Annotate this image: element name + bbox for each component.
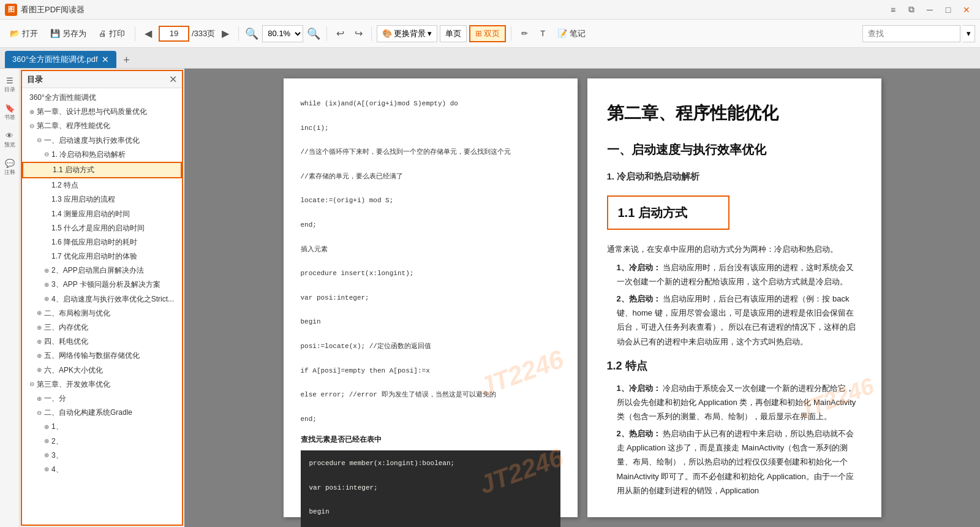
menu-btn[interactable]: ≡ xyxy=(884,3,902,17)
toc-item[interactable]: ⊕二、布局检测与优化 xyxy=(22,306,182,320)
toc-item[interactable]: ⊕六、APK大小优化 xyxy=(22,363,182,377)
intro-text: 通常来说，在安卓中应用的启动方式分为两种：冷启动和热启动。 xyxy=(607,242,862,256)
toc-close-button[interactable]: ✕ xyxy=(169,74,177,85)
toc-expand-icon[interactable]: ⊖ xyxy=(37,135,42,145)
double-icon: ⊞ xyxy=(475,29,482,38)
toc-item[interactable]: ⊕3、 xyxy=(22,449,182,463)
single-page-button[interactable]: 单页 xyxy=(440,25,467,42)
toc-expand-icon[interactable]: ⊖ xyxy=(44,150,49,159)
prev-page-button[interactable]: ◀ xyxy=(140,26,156,42)
bookmark-icon-button[interactable]: 🔖 书签 xyxy=(1,101,18,124)
toc-expand-icon[interactable]: ⊕ xyxy=(37,308,42,318)
tab-close-button[interactable]: ✕ xyxy=(102,55,109,64)
toc-expand-icon[interactable]: ⊕ xyxy=(37,337,42,347)
print-button[interactable]: 🖨 打印 xyxy=(94,25,130,43)
toc-expand-icon[interactable]: ⊕ xyxy=(37,394,42,404)
right-pdf-page: 第二章、程序性能优化 一、启动速度与执行效率优化 1. 冷启动和热启动解析 1.… xyxy=(587,78,881,517)
toc-item[interactable]: ⊕第一章、设计思想与代码质量优化 xyxy=(22,105,182,119)
toc-expand-icon[interactable]: ⊕ xyxy=(37,323,42,333)
toc-expand-icon[interactable]: ⊕ xyxy=(44,436,49,446)
toc-item[interactable]: 1.3 应用启动的流程 xyxy=(22,192,182,207)
main-area: ☰ 目录 🔖 书签 👁 预览 💬 注释 目录 ✕ 360°全方面性能调优⊕第一章… xyxy=(0,69,980,527)
toc-expand-icon[interactable]: ⊖ xyxy=(37,408,42,418)
sub1-title: 1. 冷启动和热启动解析 xyxy=(607,168,862,184)
minimize-btn[interactable]: ─ xyxy=(921,3,938,17)
toc-expand-icon[interactable]: ⊕ xyxy=(44,294,49,304)
maximize-btn[interactable]: □ xyxy=(940,3,957,17)
zoom-select[interactable]: 80.1% 50% 75% 100% 125% 150% xyxy=(262,25,303,42)
toc-item[interactable]: ⊕1、 xyxy=(22,420,182,434)
text-button[interactable]: T xyxy=(535,25,550,43)
toc-expand-icon[interactable]: ⊕ xyxy=(44,266,49,276)
code-block: procedure member(x:longint):boolean; var… xyxy=(301,450,560,527)
toc-item[interactable]: ⊖1. 冷启动和热启动解析 xyxy=(22,148,182,162)
toc-expand-icon[interactable]: ⊖ xyxy=(29,121,34,131)
toc-item[interactable]: ⊕三、内存优化 xyxy=(22,320,182,335)
toc-item-label: 4、启动速度与执行效率优化之Strict... xyxy=(51,294,174,305)
sidebar-icons: ☰ 目录 🔖 书签 👁 预览 💬 注释 xyxy=(0,69,20,527)
toc-item[interactable]: ⊖二、自动化构建系统Gradle xyxy=(22,406,182,420)
toc-item[interactable]: ⊖一、启动速度与执行效率优化 xyxy=(22,134,182,148)
note-icon: 📝 xyxy=(557,29,567,38)
app-title: 看图王PDF阅读器 xyxy=(21,4,881,15)
toc-item-label: 1.3 应用启动的流程 xyxy=(51,194,115,205)
toc-item[interactable]: ⊕4、启动速度与执行效率优化之Strict... xyxy=(22,292,182,306)
toc-item[interactable]: 1.1 启动方式 xyxy=(22,162,182,178)
toc-expand-icon[interactable]: ⊕ xyxy=(44,464,49,474)
search-expand-button[interactable]: ▾ xyxy=(963,25,975,42)
toc-expand-icon[interactable]: ⊕ xyxy=(44,280,49,290)
cold-start-label: 1、冷启动： xyxy=(617,263,661,272)
toc-item[interactable]: ⊕一、分 xyxy=(22,392,182,406)
toc-item-label: 4、 xyxy=(51,464,63,476)
save-as-button[interactable]: 💾 另存为 xyxy=(45,25,91,43)
double-page-button[interactable]: ⊞ 双页 xyxy=(469,25,506,42)
redo-button[interactable]: ↪ xyxy=(350,26,366,42)
toc-item-label: 五、网络传输与数据存储优化 xyxy=(44,350,140,362)
toc-expand-icon[interactable]: ⊕ xyxy=(29,107,34,117)
toc-item[interactable]: 360°全方面性能调优 xyxy=(22,91,182,105)
toc-item[interactable]: 1.6 降低应用启动时的耗时 xyxy=(22,235,182,249)
page-input[interactable] xyxy=(159,26,189,42)
toc-item[interactable]: ⊖第二章、程序性能优化 xyxy=(22,119,182,133)
toc-icon-button[interactable]: ☰ 目录 xyxy=(1,74,18,96)
pen-button[interactable]: ✏ xyxy=(516,25,533,43)
toc-expand-icon[interactable]: ⊕ xyxy=(44,422,49,432)
toc-item[interactable]: ⊕五、网络传输与数据存储优化 xyxy=(22,349,182,363)
preview-icon-button[interactable]: 👁 预览 xyxy=(1,129,18,151)
hot-detail-label: 2、热启动： xyxy=(617,429,661,438)
search-input[interactable] xyxy=(862,25,960,42)
zoom-in-button[interactable]: 🔍 xyxy=(306,26,322,42)
toc-item[interactable]: 1.4 测量应用启动的时间 xyxy=(22,207,182,221)
toc-item[interactable]: ⊖第三章、开发效率优化 xyxy=(22,377,182,392)
toc-item[interactable]: 1.2 特点 xyxy=(22,178,182,192)
note-button[interactable]: 📝 笔记 xyxy=(552,25,590,43)
toc-item[interactable]: ⊕2、APP启动黑白屏解决办法 xyxy=(22,264,182,278)
double-label: 双页 xyxy=(484,28,500,39)
pdf-tab[interactable]: 360°全方面性能调优.pdf ✕ xyxy=(5,51,116,68)
toc-item[interactable]: ⊕4、 xyxy=(22,463,182,477)
toc-list-icon: ☰ xyxy=(6,76,13,85)
toc-expand-icon[interactable]: ⊕ xyxy=(37,365,42,375)
close-btn[interactable]: ✕ xyxy=(958,3,975,17)
toc-item[interactable]: 1.5 什么才是应用的启动时间 xyxy=(22,221,182,235)
open-label: 打开 xyxy=(22,28,38,39)
highlight-title: 1.1 启动方式 xyxy=(618,206,687,219)
toc-item[interactable]: ⊕四、耗电优化 xyxy=(22,335,182,349)
zoom-out-button[interactable]: 🔍 xyxy=(244,26,260,42)
next-page-button[interactable]: ▶ xyxy=(217,26,233,42)
app-icon: 图 xyxy=(5,4,17,16)
toc-item-label: 3、APP 卡顿问题分析及解决方案 xyxy=(51,279,160,290)
toc-expand-icon[interactable]: ⊖ xyxy=(29,379,34,389)
toc-expand-icon[interactable]: ⊕ xyxy=(44,450,49,460)
toc-expand-icon[interactable]: ⊕ xyxy=(37,351,42,361)
toc-item[interactable]: ⊕3、APP 卡顿问题分析及解决方案 xyxy=(22,278,182,292)
tab-add-button[interactable]: + xyxy=(119,52,135,68)
comment-icon-button[interactable]: 💬 注释 xyxy=(1,156,18,179)
restore-btn[interactable]: ⧉ xyxy=(903,3,920,17)
open-button[interactable]: 📂 打开 xyxy=(5,25,43,43)
toc-item[interactable]: 1.7 优化应用启动时的体验 xyxy=(22,249,182,264)
toc-item[interactable]: ⊕2、 xyxy=(22,434,182,449)
undo-button[interactable]: ↩ xyxy=(332,26,348,42)
toc-item-label: 1.5 什么才是应用的启动时间 xyxy=(51,222,145,234)
bg-button[interactable]: 🎨 更换背景 ▾ xyxy=(377,25,437,42)
